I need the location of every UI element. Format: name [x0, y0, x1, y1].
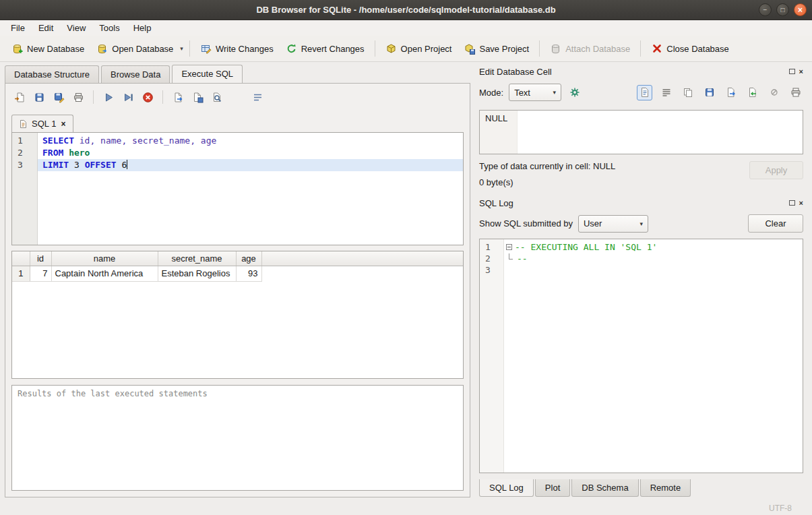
- fold-line-icon: [509, 253, 513, 260]
- text-view-button[interactable]: [637, 85, 652, 100]
- main-tab-bar: Database Structure Browse Data Execute S…: [5, 64, 470, 83]
- copy-cell-button[interactable]: [680, 85, 695, 100]
- find-in-sql-button[interactable]: [209, 89, 225, 105]
- sql-code-area[interactable]: SELECT id, name, secret_name, age FROM h…: [38, 133, 463, 245]
- menu-tools[interactable]: Tools: [92, 21, 126, 35]
- cell-id[interactable]: 7: [30, 266, 51, 281]
- window-controls: − □ ×: [759, 3, 807, 16]
- close-window-button[interactable]: ×: [794, 3, 807, 16]
- sql-editor[interactable]: 1 2 3 SELECT id, name, secret_name, age …: [11, 132, 464, 245]
- export-cell-button[interactable]: [723, 85, 739, 100]
- revert-changes-icon: [286, 43, 297, 55]
- column-header-id[interactable]: id: [30, 251, 51, 266]
- close-panel-icon[interactable]: ×: [799, 68, 803, 75]
- import-cell-button[interactable]: [745, 85, 760, 100]
- float-panel-icon[interactable]: [789, 200, 795, 206]
- menu-edit[interactable]: Edit: [32, 21, 60, 35]
- table-row[interactable]: 1 7 Captain North America Esteban Rogeli…: [12, 266, 463, 281]
- maximize-button[interactable]: □: [776, 3, 789, 16]
- print-sql-button[interactable]: [70, 89, 86, 105]
- header-filler: [261, 251, 463, 266]
- column-header-age[interactable]: age: [236, 251, 261, 266]
- results-grid: id name secret_name age 1 7 Cap: [11, 251, 464, 379]
- write-changes-button[interactable]: Write Changes: [194, 39, 280, 59]
- stop-execution-icon: [142, 92, 154, 103]
- maximize-icon: □: [780, 7, 784, 13]
- word-wrap-button[interactable]: [249, 89, 266, 105]
- save-project-button[interactable]: Save Project: [458, 39, 535, 59]
- titlebar: DB Browser for SQLite - /home/user/code/…: [0, 0, 812, 20]
- column-header-secret-name[interactable]: secret_name: [158, 251, 236, 266]
- tab-db-schema[interactable]: DB Schema: [571, 479, 638, 497]
- mode-select-value: Text: [514, 88, 530, 98]
- sql-tab[interactable]: SQL 1 ×: [11, 115, 73, 132]
- db-browser-window: DB Browser for SQLite - /home/user/code/…: [0, 0, 812, 515]
- left-pane: Database Structure Browse Data Execute S…: [0, 64, 474, 502]
- column-header-name[interactable]: name: [51, 251, 158, 266]
- minimize-button[interactable]: −: [759, 3, 772, 16]
- stop-execution-button[interactable]: [139, 89, 156, 105]
- float-panel-icon[interactable]: [789, 69, 795, 74]
- sql-keyword: LIMIT: [42, 160, 69, 170]
- attach-database-button[interactable]: Attach Database: [544, 39, 636, 59]
- sql-keyword: OFFSET: [85, 160, 117, 170]
- close-icon: ×: [798, 6, 803, 14]
- chevron-down-icon: ▾: [553, 89, 557, 96]
- close-database-button[interactable]: Close Database: [645, 39, 735, 59]
- execute-line-button[interactable]: [120, 89, 136, 105]
- cell-edit-icon-group: [637, 85, 803, 100]
- tab-execute-sql[interactable]: Execute SQL: [172, 65, 243, 84]
- execute-all-button[interactable]: [100, 89, 117, 105]
- tab-sql-log[interactable]: SQL Log: [479, 479, 534, 497]
- tab-remote[interactable]: Remote: [640, 479, 691, 497]
- cell-name[interactable]: Captain North America: [51, 266, 158, 281]
- menu-view[interactable]: View: [60, 21, 92, 35]
- save-cell-button[interactable]: [701, 85, 717, 100]
- tab-plot[interactable]: Plot: [535, 479, 570, 497]
- auto-update-button[interactable]: [567, 84, 583, 100]
- mode-label: Mode:: [479, 88, 503, 98]
- main-content: Database Structure Browse Data Execute S…: [0, 62, 812, 502]
- menu-file[interactable]: File: [4, 21, 32, 35]
- save-sql-as-button[interactable]: [51, 89, 67, 105]
- tab-browse-data[interactable]: Browse Data: [101, 65, 170, 83]
- save-sql-file-button[interactable]: [31, 89, 47, 105]
- tab-database-structure[interactable]: Database Structure: [5, 65, 99, 83]
- encoding-indicator[interactable]: UTF-8: [769, 504, 792, 513]
- toolbar-separator: [640, 40, 641, 57]
- print-cell-button[interactable]: [788, 85, 803, 100]
- binary-view-button[interactable]: [658, 85, 674, 100]
- right-pane: Edit Database Cell × Mode: Text ▾: [474, 64, 812, 502]
- menu-help[interactable]: Help: [127, 21, 158, 35]
- log-filter-select[interactable]: User ▾: [578, 215, 648, 233]
- mode-select[interactable]: Text ▾: [509, 84, 561, 101]
- attach-database-icon: [550, 43, 561, 55]
- sql-log-view[interactable]: 1 2 3 -- EXECUTING ALL IN 'SQL 1' --: [479, 239, 803, 473]
- close-sql-tab-icon[interactable]: ×: [60, 119, 66, 129]
- open-sql-file-button[interactable]: [11, 89, 28, 105]
- export-results-button[interactable]: [170, 89, 186, 105]
- log-line-1: -- EXECUTING ALL IN 'SQL 1': [504, 241, 803, 253]
- set-null-button[interactable]: [766, 85, 782, 100]
- apply-button[interactable]: Apply: [749, 161, 803, 179]
- sql-line-3-current: LIMIT 3 OFFSET 6: [38, 159, 463, 171]
- sql-file-icon: [19, 119, 28, 129]
- close-panel-icon[interactable]: ×: [799, 200, 803, 207]
- cell-mode-row: Mode: Text ▾: [479, 84, 803, 101]
- save-results-button[interactable]: [189, 89, 206, 105]
- fold-collapse-icon[interactable]: [506, 244, 512, 250]
- sql-toolbar-separator: [162, 90, 163, 104]
- clear-log-button[interactable]: Clear: [748, 214, 803, 233]
- set-null-icon: [770, 88, 779, 97]
- cell-type-info: Type of data currently in cell: NULL: [479, 161, 615, 171]
- cell-value-editor[interactable]: NULL: [479, 110, 803, 154]
- open-database-button[interactable]: Open Database: [90, 39, 179, 59]
- open-project-button[interactable]: Open Project: [379, 39, 458, 59]
- cell-age[interactable]: 93: [236, 266, 261, 281]
- text-cursor: [127, 160, 127, 169]
- cell-secret-name[interactable]: Esteban Rogelios: [158, 266, 236, 281]
- open-database-dropdown-icon[interactable]: ▾: [178, 41, 185, 56]
- sql-toolbar: [11, 88, 464, 111]
- new-database-button[interactable]: New Database: [5, 39, 90, 59]
- revert-changes-button[interactable]: Revert Changes: [280, 39, 371, 59]
